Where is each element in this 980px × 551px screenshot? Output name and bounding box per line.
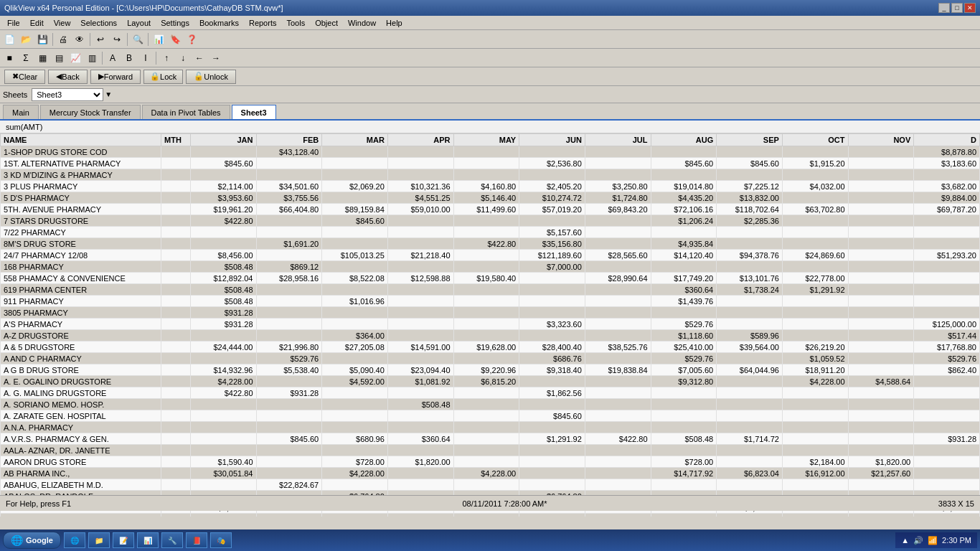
tab-pivot[interactable]: Data in Pivot Tables <box>142 105 230 119</box>
print-button[interactable]: 🖨 <box>55 32 71 47</box>
open-button[interactable]: 📂 <box>18 32 34 47</box>
tray-network[interactable]: 📶 <box>928 536 938 545</box>
undo-button[interactable]: ↩ <box>93 32 108 47</box>
menu-tools[interactable]: Tools <box>282 17 309 29</box>
tb2-btn1[interactable]: ■ <box>1 50 17 66</box>
table-cell <box>585 376 651 387</box>
tb2-btn10[interactable]: ↑ <box>159 50 174 66</box>
table-cell: $3,682.00 <box>914 181 980 192</box>
unlock-button[interactable]: 🔓 Unlock <box>186 70 236 84</box>
table-cell: $27,205.08 <box>322 342 388 353</box>
table-cell <box>585 399 651 410</box>
table-cell: $64,044.96 <box>717 364 783 376</box>
redo-button[interactable]: ↪ <box>109 32 125 47</box>
col-jul: JUL <box>585 134 651 146</box>
table-cell <box>161 387 191 399</box>
menu-edit[interactable]: Edit <box>26 17 48 29</box>
table-cell <box>161 514 191 517</box>
menu-settings[interactable]: Settings <box>156 17 194 29</box>
save-button[interactable]: 💾 <box>34 32 50 47</box>
start-button[interactable]: 🌐 Google <box>3 532 61 549</box>
tb2-btn13[interactable]: → <box>208 50 224 66</box>
table-cell: $680.96 <box>322 433 388 445</box>
forward-button[interactable]: ▶ Forward <box>90 70 141 84</box>
table-cell <box>453 261 519 273</box>
table-cell: $14,932.96 <box>190 364 256 376</box>
menu-selections[interactable]: Selections <box>76 17 121 29</box>
tb2-btn7[interactable]: A <box>105 50 121 66</box>
table-cell <box>161 146 191 158</box>
chart-button[interactable]: 📊 <box>151 32 166 47</box>
table-cell <box>585 330 651 342</box>
taskbar-ie[interactable]: 🌐 <box>64 532 85 548</box>
menu-bookmarks[interactable]: Bookmarks <box>195 17 243 29</box>
table-cell: $4,935.84 <box>651 238 717 250</box>
table-cell <box>453 387 519 399</box>
menu-window[interactable]: Window <box>344 17 380 29</box>
menu-view[interactable]: View <box>50 17 75 29</box>
tab-main[interactable]: Main <box>3 105 39 119</box>
menu-help[interactable]: Help <box>382 17 407 29</box>
back-button[interactable]: ◀ Back <box>48 70 87 84</box>
taskbar-app7[interactable]: 🎭 <box>210 532 232 548</box>
tray-arrow[interactable]: ▲ <box>901 536 909 545</box>
tb2-btn6[interactable]: ▥ <box>84 50 100 66</box>
table-cell: 7/22 PHARMACY <box>1 227 161 238</box>
tb2-btn4[interactable]: ▤ <box>51 50 67 66</box>
sheet-arrow[interactable]: ▼ <box>105 90 112 98</box>
table-cell: $24,869.60 <box>782 250 848 261</box>
search-button[interactable]: 🔍 <box>130 32 146 47</box>
tray-volume[interactable]: 🔊 <box>913 536 923 545</box>
table-cell <box>585 479 651 491</box>
sheet-select[interactable]: Sheet3 <box>32 88 103 101</box>
table-cell <box>782 261 848 273</box>
tb2-btn12[interactable]: ← <box>192 50 207 66</box>
menu-file[interactable]: File <box>3 17 24 29</box>
table-cell <box>914 238 980 250</box>
clear-button[interactable]: ✖ Clear <box>4 70 45 84</box>
tb2-btn11[interactable]: ↓ <box>175 50 191 66</box>
tab-sheet3[interactable]: Sheet3 <box>232 105 276 119</box>
table-cell <box>161 445 191 456</box>
table-cell <box>848 353 914 364</box>
table-cell <box>190 330 256 342</box>
table-cell <box>848 330 914 342</box>
table-row: 3805 PHARMACY$931.28 <box>1 307 980 319</box>
menu-layout[interactable]: Layout <box>123 17 155 29</box>
help-button[interactable]: ❓ <box>184 32 199 47</box>
maximize-button[interactable]: □ <box>951 3 963 13</box>
new-button[interactable]: 📄 <box>1 32 17 47</box>
minimize-button[interactable]: _ <box>938 3 950 13</box>
table-cell <box>848 227 914 238</box>
tb2-btn3[interactable]: ▦ <box>34 50 50 66</box>
taskbar-app6[interactable]: 📕 <box>186 532 207 548</box>
tb2-btn5[interactable]: 📈 <box>67 50 83 66</box>
lock-button[interactable]: 🔒 Lock <box>143 70 183 84</box>
tb2-btn8[interactable]: B <box>121 50 137 66</box>
table-row: A & 5 DRUGSTORE$24,444.00$21,996.80$27,2… <box>1 342 980 353</box>
tab-mercury[interactable]: Mercury Stock Transfer <box>40 105 141 119</box>
taskbar-app4[interactable]: 📊 <box>137 532 159 548</box>
taskbar-explorer[interactable]: 📁 <box>88 532 110 548</box>
tb2-btn2[interactable]: Σ <box>18 50 34 66</box>
table-cell <box>585 238 651 250</box>
table-cell: 168 PHARMACY <box>1 261 161 273</box>
bookmark-button[interactable]: 🔖 <box>167 32 183 47</box>
table-cell: $59,010.00 <box>387 204 453 215</box>
sheets-label: Sheets <box>3 90 27 99</box>
data-table-wrapper[interactable]: NAME MTH JAN FEB MAR APR MAY JUN JUL AUG… <box>0 133 980 517</box>
menu-object[interactable]: Object <box>311 17 342 29</box>
preview-button[interactable]: 👁 <box>72 32 88 47</box>
taskbar-app3[interactable]: 📝 <box>113 532 134 548</box>
table-cell <box>651 387 717 399</box>
table-cell <box>256 319 322 330</box>
menu-reports[interactable]: Reports <box>245 17 281 29</box>
table-cell: $1,081.92 <box>387 376 453 387</box>
col-d: D <box>914 134 980 146</box>
table-cell <box>848 192 914 204</box>
close-button[interactable]: ✕ <box>964 3 976 13</box>
table-cell <box>256 445 322 456</box>
taskbar-app5[interactable]: 🔧 <box>161 532 183 548</box>
table-cell: $7,225.12 <box>717 181 783 192</box>
tb2-btn9[interactable]: I <box>138 50 154 66</box>
